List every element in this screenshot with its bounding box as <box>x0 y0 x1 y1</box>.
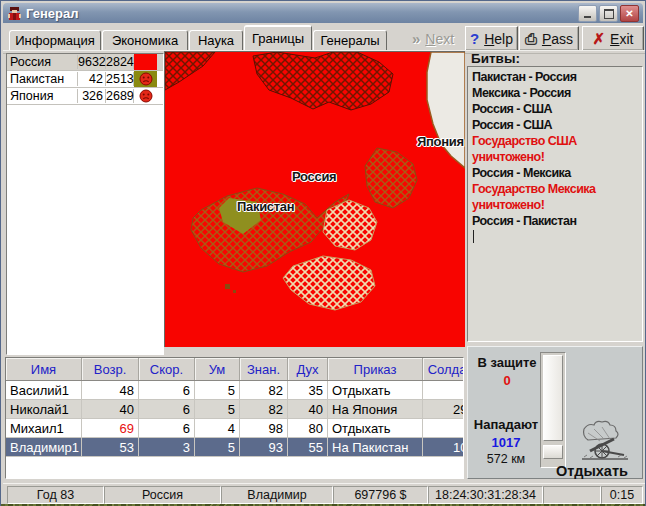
battle-item: Государство Мексика уничтожено! <box>472 181 642 213</box>
status-panel-5 <box>543 486 601 504</box>
runner-icon: » <box>412 30 420 47</box>
country-value-1: 326 <box>78 89 106 103</box>
country-row[interactable]: Пакистан422513 <box>7 71 163 88</box>
generals-cell-order: На Пакистан <box>328 438 423 457</box>
world-map[interactable]: РоссияПакистанЯпония <box>164 51 465 347</box>
country-value-2: 2513 <box>106 72 134 86</box>
generals-header-cell[interactable]: Солдаты <box>423 358 465 381</box>
troops-slider-handle[interactable] <box>543 445 563 459</box>
generals-cell-age: 69 <box>82 419 139 438</box>
generals-cell-spirit: 55 <box>288 438 328 457</box>
battle-item: Россия - Мексика <box>472 165 642 181</box>
generals-cell-name: Владимир1 <box>6 438 82 457</box>
generals-row[interactable]: Василий148658235Отдыхать0 <box>6 381 464 400</box>
generals-cell-knowledge: 93 <box>240 438 288 457</box>
generals-cell-mind: 5 <box>195 381 240 400</box>
generals-cell-soldiers: 0 <box>423 419 465 438</box>
generals-cell-speed: 6 <box>139 381 195 400</box>
status-panel-6: 0:15 <box>601 486 643 504</box>
generals-header-cell[interactable]: Приказ <box>328 358 423 381</box>
generals-row[interactable]: Михаил169649880Отдыхать0 <box>6 419 464 438</box>
close-icon: ✕ <box>625 9 633 19</box>
generals-cell-age: 53 <box>82 438 139 457</box>
generals-header-cell[interactable]: Знан. <box>240 358 288 381</box>
country-value-1: 42 <box>78 72 106 86</box>
tab-borders[interactable]: Границы <box>244 25 312 50</box>
generals-header-cell[interactable]: Ум <box>195 358 240 381</box>
sad-face-icon <box>139 72 153 86</box>
status-panel-0: Год 83 <box>7 486 104 504</box>
defense-panel: В защите 0 Нападают 1017 572 км Отдыхать <box>467 346 643 479</box>
tab-info[interactable]: Информация <box>9 30 101 50</box>
maximize-button[interactable] <box>599 5 618 22</box>
sad-face-icon <box>139 89 153 103</box>
maximize-icon <box>604 9 614 19</box>
tab-economy[interactable]: Экономика <box>102 30 188 50</box>
tab-science[interactable]: Наука <box>189 30 243 50</box>
country-flag <box>134 71 157 87</box>
country-name: Россия <box>7 55 78 69</box>
in-defense-label: В защите <box>476 355 538 370</box>
minimize-button[interactable] <box>578 5 597 22</box>
in-defense-value: 0 <box>476 373 538 388</box>
country-flag <box>134 54 157 70</box>
next-button-label: Next <box>425 31 454 47</box>
generals-row[interactable]: Владимир153359355На Пакистан1017 <box>6 438 464 457</box>
country-row[interactable]: Россия963228242 <box>7 54 163 71</box>
generals-cell-knowledge: 82 <box>240 400 288 419</box>
status-panel-4: 18:24:30:31:28:34 <box>428 486 543 504</box>
generals-cell-age: 40 <box>82 400 139 419</box>
generals-cell-spirit: 35 <box>288 381 328 400</box>
tab-generals[interactable]: Генералы <box>313 30 387 50</box>
general-app-icon <box>7 6 22 21</box>
generals-header-cell[interactable]: Имя <box>6 358 82 381</box>
map-label-россия: Россия <box>292 169 336 184</box>
troops-slider[interactable] <box>540 352 566 468</box>
pass-button-label: Pass <box>542 31 573 47</box>
pass-button[interactable]: ⎙Pass <box>519 26 579 51</box>
generals-cell-soldiers: 0 <box>423 381 465 400</box>
generals-cell-speed: 6 <box>139 419 195 438</box>
generals-header-cell[interactable]: Дух <box>288 358 328 381</box>
close-button[interactable]: ✕ <box>620 5 639 22</box>
status-panel-3: 697796 $ <box>333 486 428 504</box>
battle-item: Россия - США <box>472 101 642 117</box>
window: Генерал ✕ ИнформацияЭкономикаНаукаГраниц… <box>0 0 646 506</box>
map-label-пакистан: Пакистан <box>237 199 294 214</box>
generals-cell-name: Михаил1 <box>6 419 82 438</box>
x-icon: ✗ <box>593 30 606 48</box>
country-value-2: 2689 <box>106 89 134 103</box>
next-button[interactable]: »Next <box>404 26 462 51</box>
battle-item: Россия - Пакистан <box>472 213 642 229</box>
order-label: Отдыхать <box>544 463 640 479</box>
generals-cell-order: Отдыхать <box>328 419 423 438</box>
attack-distance: 572 км <box>470 452 542 466</box>
country-flag <box>134 88 157 104</box>
exit-button-label: Exit <box>610 31 633 47</box>
minimize-icon <box>584 16 591 18</box>
generals-cell-soldiers: 1017 <box>423 438 465 457</box>
generals-row[interactable]: Николай140658240На Япония2929 <box>6 400 464 419</box>
battle-item: Мексика - Россия <box>472 85 642 101</box>
generals-header-cell[interactable]: Возр. <box>82 358 139 381</box>
generals-cell-knowledge: 82 <box>240 381 288 400</box>
status-panel-2: Владимир <box>221 486 333 504</box>
battle-item: Пакистан - Россия <box>472 69 642 85</box>
exit-button[interactable]: ✗Exit <box>582 26 644 51</box>
generals-table: ИмяВозр.Скор.УмЗнан.ДухПриказСолдаты Вас… <box>6 358 464 457</box>
help-button[interactable]: ?Help <box>465 26 518 51</box>
troops-slider-thumb[interactable] <box>543 355 563 441</box>
titlebar[interactable]: Генерал ✕ <box>3 3 643 23</box>
attack-value: 1017 <box>470 435 542 450</box>
generals-cell-speed: 3 <box>139 438 195 457</box>
countries-panel: Россия963228242Пакистан422513Япония32626… <box>6 53 164 355</box>
map-svg <box>165 52 465 347</box>
generals-header-cell[interactable]: Скор. <box>139 358 195 381</box>
text-caret <box>473 230 474 243</box>
attack-label: Нападают <box>470 417 542 432</box>
generals-cell-spirit: 80 <box>288 419 328 438</box>
generals-cell-knowledge: 98 <box>240 419 288 438</box>
generals-cell-name: Николай1 <box>6 400 82 419</box>
generals-cell-mind: 4 <box>195 419 240 438</box>
country-row[interactable]: Япония3262689 <box>7 88 163 105</box>
